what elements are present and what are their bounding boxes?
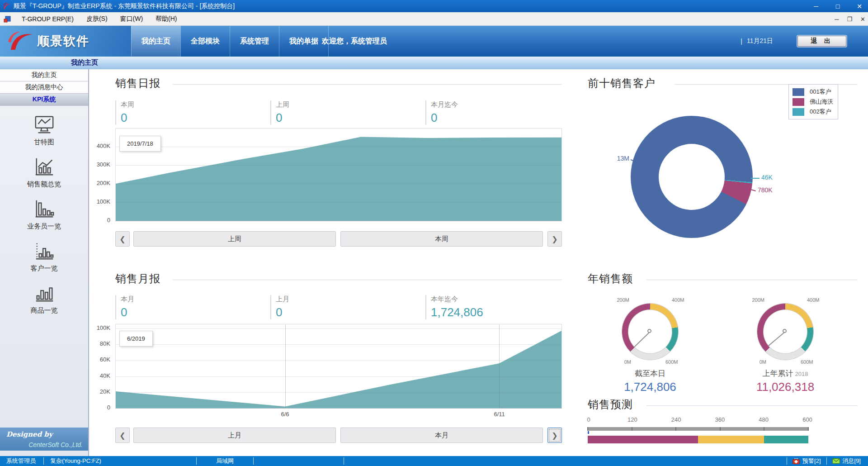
sidebar-item-my-home[interactable]: 我的主页 [0, 69, 88, 81]
mdi-close-icon[interactable]: ✕ [860, 16, 865, 23]
y-tick-label: 80K [100, 340, 110, 347]
minimize-icon[interactable]: ─ [811, 3, 821, 10]
forecast-segment [698, 436, 764, 443]
menu-item-tgroup-erp[interactable]: T-GROUP ERP(E) [15, 12, 80, 25]
sidebar-tool-product-list[interactable]: 商品一览 [31, 283, 58, 315]
sidebar-tools: 甘特图 销售额总览 业务员一览 [0, 107, 88, 325]
monthly-prev-button[interactable]: ❮ [115, 428, 130, 443]
sidebar-item-kpi-system[interactable]: KPI系统 [0, 94, 88, 106]
close-icon[interactable]: ✕ [854, 3, 864, 10]
y-tick-label: 0 [107, 404, 110, 411]
legend-item[interactable]: 001客户 [793, 87, 833, 97]
sidebar-tool-salesman-list[interactable]: 业务员一览 [27, 199, 61, 231]
gantt-monitor-icon [34, 114, 55, 135]
top-customers-title: 前十销售客户 [588, 76, 656, 90]
monthly-stat-last-month: 上月 0 [270, 295, 406, 319]
sidebar-tool-customer-list[interactable]: 客户一览 [31, 241, 58, 273]
status-alerts[interactable]: 预警[2] [787, 457, 826, 465]
daily-stat-this-week: 本周 0 [115, 100, 251, 125]
exit-button[interactable]: 退 出 [797, 36, 846, 47]
forecast-scale-number: 600 [802, 416, 812, 423]
daily-stat-month-to-date: 本月迄今 0 [425, 100, 561, 125]
title-bar: 顺景『T-GROUP』制造业ERP系统 - 东莞顺景软件科技有限公司 - [系统… [0, 0, 868, 12]
daily-last-week-button[interactable]: 上周 [133, 231, 336, 247]
daily-area-chart[interactable]: 2019/7/18 [115, 128, 562, 221]
tab-my-home[interactable]: 我的主页 [131, 26, 180, 57]
maximize-icon[interactable]: □ [833, 3, 843, 10]
legend-item[interactable]: 002客户 [793, 107, 833, 117]
monthly-this-month-button[interactable]: 本月 [340, 428, 543, 443]
caption-text: 截至本日 [635, 369, 665, 378]
forecast-scale-number: 120 [627, 416, 637, 423]
monthly-next-button[interactable]: ❯ [547, 428, 562, 443]
daily-this-week-button[interactable]: 本周 [340, 231, 543, 247]
divider [646, 405, 858, 406]
tab-system-admin[interactable]: 系统管理 [230, 26, 279, 57]
tab-all-modules[interactable]: 全部模块 [180, 26, 230, 57]
sidebar-tool-gantt[interactable]: 甘特图 [34, 114, 55, 147]
menu-item-window[interactable]: 窗口(W) [114, 12, 150, 25]
forecast-indicator [588, 431, 589, 434]
donut-callout-780k: 780K [758, 186, 773, 194]
y-tick-label: 400K [97, 143, 110, 149]
gauge-last-year [757, 304, 813, 360]
sidebar-item-message-center[interactable]: 我的消息中心 [0, 81, 88, 94]
stat-label: 本年迄今 [431, 295, 561, 304]
gauge-knob [783, 329, 787, 333]
sidebar: 我的主页 我的消息中心 KPI系统 甘特图 销售额总览 [0, 69, 89, 456]
date-separator: | [741, 38, 742, 45]
gauge-caption-today: 截至本日 [600, 368, 700, 379]
date-text: 11月21日 [747, 37, 773, 45]
divider [646, 280, 858, 280]
menu-item-skin[interactable]: 皮肤(S) [80, 12, 114, 25]
menu-bar: T-GROUP ERP(E) 皮肤(S) 窗口(W) 帮助(H) [0, 12, 868, 26]
forecast-scale-number: 0 [587, 416, 590, 423]
stat-label: 本月迄今 [431, 100, 561, 109]
stat-label: 上周 [276, 100, 406, 109]
forecast-ruler [588, 427, 808, 431]
daily-next-button[interactable]: ❯ [547, 231, 562, 247]
gauge-tick-200m: 200M [606, 297, 629, 303]
gridline [116, 147, 561, 147]
forecast-scale-number: 480 [759, 416, 769, 423]
brand-name: 顺景软件 [37, 33, 90, 49]
gridline [499, 324, 500, 408]
tab-my-documents[interactable]: 我的单据 [279, 26, 329, 57]
gridline [116, 392, 561, 393]
tool-label: 销售额总览 [27, 180, 61, 189]
forecast-ruler-tick [587, 427, 588, 431]
tool-label: 业务员一览 [27, 222, 61, 231]
menu-app-icon [4, 15, 11, 23]
alerts-label: 预警[2] [802, 457, 821, 465]
donut-hole [659, 144, 725, 210]
customers-donut-chart[interactable] [631, 116, 753, 238]
monthly-area-chart[interactable]: 6/2019 [115, 324, 562, 409]
monthly-last-month-button[interactable]: 上月 [133, 428, 336, 443]
status-machine: 复杂(Young-PC:FZ) [44, 457, 197, 465]
legend-label: 001客户 [810, 88, 831, 96]
daily-prev-button[interactable]: ❮ [115, 231, 130, 247]
gauge-tick-200m: 200M [741, 297, 764, 303]
tool-label: 客户一览 [31, 264, 58, 273]
legend-item[interactable]: 佛山海沃 [793, 97, 833, 107]
y-tick-label: 200K [97, 180, 110, 186]
mdi-minimize-icon[interactable]: ─ [835, 16, 839, 23]
gauge-year-to-date [622, 304, 678, 360]
header-date: | 11月21日 [741, 26, 773, 57]
y-tick-label: 0 [107, 217, 110, 223]
legend-swatch [793, 108, 804, 116]
stat-label: 上月 [276, 295, 406, 304]
status-messages[interactable]: 消息[9] [826, 457, 866, 465]
forecast-scale: 0120240360480600 [589, 416, 807, 423]
stat-value: 0 [121, 305, 251, 319]
mdi-restore-icon[interactable]: ❐ [847, 16, 852, 23]
sidebar-tool-sales-overview[interactable]: 销售额总览 [27, 157, 61, 189]
tool-label: 甘特图 [34, 138, 54, 147]
header-band: 顺景软件 我的主页 全部模块 系统管理 我的单据 欢迎您，系统管理员 | 11月… [0, 26, 868, 57]
erp-window: 顺景『T-GROUP』制造业ERP系统 - 东莞顺景软件科技有限公司 - [系统… [0, 0, 868, 466]
monthly-stat-this-month: 本月 0 [115, 295, 251, 319]
menu-item-help[interactable]: 帮助(H) [149, 12, 183, 25]
forecast-title: 销售预测 [588, 397, 633, 412]
status-empty-1 [254, 457, 344, 465]
stat-value: 0 [121, 111, 251, 125]
